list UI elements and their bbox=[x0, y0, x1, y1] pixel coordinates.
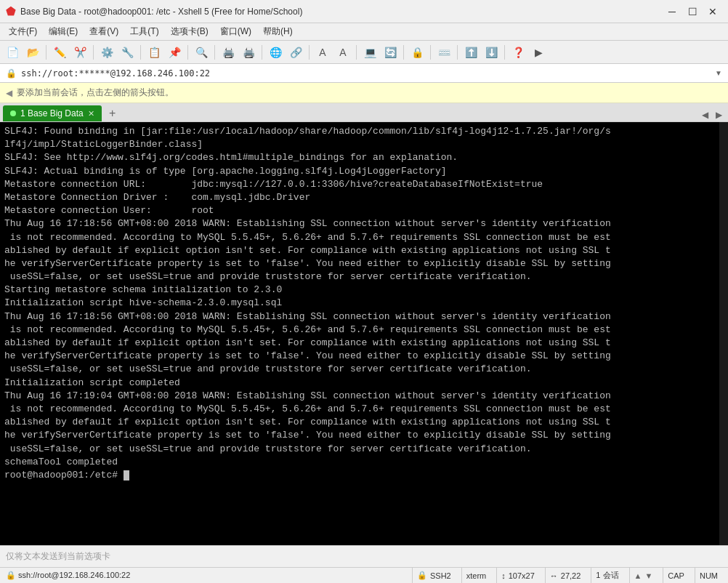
more-button[interactable]: ▶ bbox=[529, 43, 548, 62]
terminal-line: ablished by default if explicit option i… bbox=[4, 416, 713, 429]
font2-button[interactable]: A bbox=[333, 43, 352, 62]
terminal-line: lf4j/impl/StaticLoggerBinder.class] bbox=[4, 138, 713, 151]
toolbar-separator-6 bbox=[262, 45, 262, 60]
paste-button[interactable]: 📌 bbox=[165, 43, 184, 62]
status-sessions-text: 1 会话 bbox=[596, 570, 618, 581]
menu-bar: 文件(F) 编辑(E) 查看(V) 工具(T) 选项卡(B) 窗口(W) 帮助(… bbox=[0, 23, 728, 41]
tab-status-dot bbox=[10, 110, 16, 116]
terminal-line: is not recommended. According to MySQL 5… bbox=[4, 323, 713, 337]
toolbar-separator-5 bbox=[214, 45, 215, 60]
send-bar: 仅将文本发送到当前选项卡 bbox=[0, 545, 728, 567]
tab-bar: 1 Base Big Data ✕ + ◀ ▶ bbox=[0, 103, 728, 122]
copy-button[interactable]: 📋 bbox=[145, 43, 163, 62]
toolbar-separator-12 bbox=[504, 45, 505, 60]
terminal-line: Metastore connection URL: jdbc:mysql://1… bbox=[4, 178, 713, 191]
window-title: Base Big Data - root@hadoop001: /etc - X… bbox=[20, 7, 663, 17]
add-tab-button[interactable]: + bbox=[105, 105, 121, 121]
open-button[interactable]: 📂 bbox=[23, 43, 42, 62]
terminal-line: Thu Aug 16 17:18:56 GMT+08:00 2018 WARN:… bbox=[4, 310, 713, 323]
status-nav[interactable]: ▲ ▼ bbox=[629, 568, 658, 583]
menu-tab[interactable]: 选项卡(B) bbox=[165, 24, 214, 39]
info-bar: ◀ 要添加当前会话，点击左侧的箭头按钮。 bbox=[0, 83, 728, 103]
toolbar-separator-4 bbox=[187, 45, 188, 60]
search-button[interactable]: 🔍 bbox=[192, 43, 211, 62]
status-num-text: NUM bbox=[700, 571, 718, 580]
terminal-scrollbar[interactable] bbox=[719, 122, 728, 545]
toolbar-separator-8 bbox=[356, 45, 357, 60]
tab-next-button[interactable]: ▶ bbox=[713, 108, 725, 121]
menu-file[interactable]: 文件(F) bbox=[3, 24, 43, 39]
network2-button[interactable]: 🔗 bbox=[286, 43, 305, 62]
lock-icon: 🔒 bbox=[6, 68, 17, 79]
minimize-button[interactable]: ─ bbox=[663, 4, 682, 19]
session-button[interactable]: 💻 bbox=[360, 43, 379, 62]
maximize-button[interactable]: ☐ bbox=[683, 4, 702, 19]
status-lock-icon: 🔒 bbox=[6, 571, 16, 579]
terminal-line: useSSL=false, or set useSSL=true and pro… bbox=[4, 443, 713, 456]
menu-window[interactable]: 窗口(W) bbox=[214, 24, 257, 39]
terminal-line: Starting metastore schema initialization… bbox=[4, 284, 713, 297]
lock-button[interactable]: 🔒 bbox=[408, 43, 426, 62]
status-position: ↔ 27,22 bbox=[545, 568, 586, 583]
status-cap: CAP bbox=[663, 568, 689, 583]
menu-help[interactable]: 帮助(H) bbox=[257, 24, 299, 39]
settings-button[interactable]: 🔧 bbox=[118, 43, 137, 62]
status-num: NUM bbox=[695, 568, 722, 583]
menu-tools[interactable]: 工具(T) bbox=[124, 24, 164, 39]
terminal-content: SLF4J: Found binding in [jar:file:/usr/l… bbox=[4, 125, 724, 482]
tab-nav-buttons: ◀ ▶ bbox=[699, 108, 725, 121]
arrow-left-icon: ◀ bbox=[6, 88, 12, 98]
info-text: 要添加当前会话，点击左侧的箭头按钮。 bbox=[17, 87, 174, 99]
tab-close-button[interactable]: ✕ bbox=[88, 109, 94, 118]
status-down-button[interactable]: ▼ bbox=[644, 571, 652, 580]
help-button[interactable]: ❓ bbox=[509, 43, 527, 62]
edit-button[interactable]: ✏️ bbox=[50, 43, 69, 62]
terminal[interactable]: SLF4J: Found binding in [jar:file:/usr/l… bbox=[0, 122, 728, 545]
app-icon: ⬟ bbox=[6, 4, 16, 18]
terminal-line: SLF4J: See http://www.slf4j.org/codes.ht… bbox=[4, 151, 713, 164]
toolbar-separator-9 bbox=[403, 45, 404, 60]
font-button[interactable]: A bbox=[313, 43, 332, 62]
print-button[interactable]: 🖨️ bbox=[219, 43, 238, 62]
session2-button[interactable]: 🔄 bbox=[381, 43, 400, 62]
terminal-line: he verifyServerCertificate property is s… bbox=[4, 257, 713, 270]
download-button[interactable]: ⬇️ bbox=[482, 43, 501, 62]
status-up-button[interactable]: ▲ bbox=[634, 571, 642, 580]
terminal-line: Initialization script hive-schema-2.3.0.… bbox=[4, 297, 713, 310]
tab-label: 1 Base Big Data bbox=[20, 108, 84, 118]
status-lock-small: 🔒 bbox=[417, 571, 427, 580]
status-terminal-type: xterm bbox=[461, 568, 491, 583]
network-button[interactable]: 🌐 bbox=[266, 43, 285, 62]
status-position-icon: ↔ bbox=[550, 571, 558, 580]
status-protocol: 🔒 SSH2 bbox=[412, 568, 456, 583]
terminal-line: SLF4J: Found binding in [jar:file:/usr/l… bbox=[4, 125, 713, 138]
terminal-line: ablished by default if explicit option i… bbox=[4, 337, 713, 350]
toolbar: 📄 📂 ✏️ ✂️ ⚙️ 🔧 📋 📌 🔍 🖨️ 🖨️ 🌐 🔗 A A 💻 🔄 🔒… bbox=[0, 41, 728, 64]
menu-edit[interactable]: 编辑(E) bbox=[43, 24, 84, 39]
properties-button[interactable]: ⚙️ bbox=[97, 43, 116, 62]
terminal-line: root@hadoop001:/etc# bbox=[4, 469, 713, 482]
title-bar: ⬟ Base Big Data - root@hadoop001: /etc -… bbox=[0, 0, 728, 23]
terminal-line: useSSL=false, or set useSSL=true and pro… bbox=[4, 270, 713, 284]
status-position-text: 27,22 bbox=[561, 571, 581, 580]
tab-base-big-data[interactable]: 1 Base Big Data ✕ bbox=[3, 105, 102, 121]
toolbar-separator-11 bbox=[457, 45, 458, 60]
toolbar-separator-10 bbox=[430, 45, 431, 60]
keyboard-button[interactable]: ⌨️ bbox=[434, 43, 453, 62]
address-text: ssh://root:******@192.168.246.100:22 bbox=[21, 68, 711, 79]
close-button[interactable]: ✕ bbox=[703, 4, 722, 19]
tab-prev-button[interactable]: ◀ bbox=[699, 108, 711, 121]
new-button[interactable]: 📄 bbox=[3, 43, 22, 62]
terminal-line: is not recommended. According to MySQL 5… bbox=[4, 231, 713, 244]
upload-button[interactable]: ⬆️ bbox=[461, 43, 480, 62]
terminal-line: Thu Aug 16 17:18:56 GMT+08:00 2018 WARN:… bbox=[4, 217, 713, 230]
terminal-line: he verifyServerCertificate property is s… bbox=[4, 429, 713, 442]
toolbar-separator-1 bbox=[46, 45, 46, 60]
address-dropdown-button[interactable]: ▼ bbox=[715, 69, 722, 77]
print2-button[interactable]: 🖨️ bbox=[239, 43, 258, 62]
cut-button[interactable]: ✂️ bbox=[70, 43, 89, 62]
status-protocol-text: SSH2 bbox=[430, 571, 451, 580]
status-path: 🔒 ssh://root@192.168.246.100:22 bbox=[6, 571, 406, 580]
menu-view[interactable]: 查看(V) bbox=[84, 24, 124, 39]
status-terminal-text: xterm bbox=[466, 571, 487, 580]
